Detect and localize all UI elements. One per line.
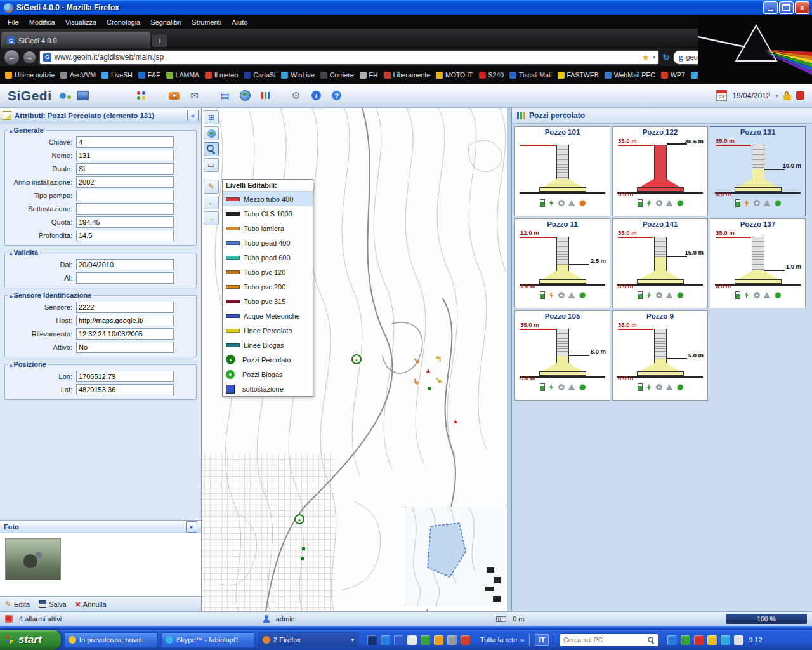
search-icon[interactable]: [792, 52, 802, 62]
toolbar-icon[interactable]: [288, 88, 304, 103]
toolbar-icon[interactable]: [187, 88, 203, 103]
taskbar-task-button[interactable]: Skype™ - fabiolapi1 ▾: [161, 632, 255, 648]
tray-icon[interactable]: [394, 635, 403, 645]
current-date[interactable]: 19/04/2012: [732, 91, 770, 100]
zoom-level[interactable]: 100 %: [726, 614, 807, 624]
map-tool-button[interactable]: ←: [204, 196, 219, 209]
field-input[interactable]: [76, 302, 174, 313]
field-input[interactable]: [76, 176, 174, 188]
bookmark-item[interactable]: FH: [360, 71, 378, 79]
toolbar-icon[interactable]: [105, 88, 122, 103]
map-marker-icon[interactable]: [301, 557, 304, 560]
well-card[interactable]: Pozzo 11 12.0 m 2.5 m 1.0 m: [514, 218, 610, 308]
tab-sigedi[interactable]: G SiGedi 4.0.0: [1, 32, 150, 48]
bookmark-item[interactable]: Liberamente: [384, 71, 430, 79]
bookmark-item[interactable]: LiveSH: [102, 71, 133, 79]
tray-icon[interactable]: [367, 635, 377, 645]
url-dropdown-icon[interactable]: ▾: [653, 54, 656, 60]
toolbar-icon[interactable]: [308, 88, 325, 103]
legend-item[interactable]: Tubo pead 600: [223, 250, 313, 265]
map-marker-icon[interactable]: [351, 354, 362, 364]
legend-item[interactable]: sottostazione: [223, 381, 313, 396]
well-photo-thumbnail[interactable]: [5, 538, 61, 580]
search-input-text[interactable]: geoin: [686, 53, 790, 61]
field-input[interactable]: [76, 272, 174, 284]
legend-item[interactable]: Tubo lamiera: [223, 221, 313, 235]
search-engine-icon[interactable]: g: [679, 52, 683, 62]
collapse-section-icon[interactable]: ▴: [10, 250, 13, 256]
reload-button[interactable]: ↻: [662, 52, 670, 62]
legend-item[interactable]: Mezzo tubo 400: [223, 192, 313, 206]
well-card[interactable]: Pozzo 9 35.0 m 5.0 m 0.0 m: [612, 310, 708, 401]
bookmark-item[interactable]: AecVVM: [60, 71, 96, 79]
bookmark-item[interactable]: MOTO.IT: [436, 71, 473, 79]
map-marker-icon[interactable]: ↘: [435, 375, 442, 385]
bookmark-star-icon[interactable]: ★: [642, 53, 650, 62]
toolbar-icon[interactable]: [136, 88, 152, 103]
bookmark-item[interactable]: FASTWEB: [558, 71, 599, 79]
forward-button[interactable]: →: [23, 51, 36, 64]
tray-icon[interactable]: [681, 635, 690, 645]
taskbar-clock[interactable]: 9.12: [749, 636, 762, 644]
bookmark-item[interactable]: WinLive: [281, 71, 314, 79]
bookmark-item[interactable]: LAMMA: [166, 71, 199, 79]
desktop-search[interactable]: [560, 633, 658, 647]
menu-item[interactable]: Visualizza: [60, 17, 102, 27]
menu-item[interactable]: Cronologia: [102, 17, 145, 27]
alarm-indicator-icon[interactable]: [796, 91, 804, 100]
bookmark-item[interactable]: WebMail PEC: [605, 71, 655, 79]
map-tool-button[interactable]: [204, 126, 219, 140]
map-marker-icon[interactable]: ↘: [413, 355, 420, 365]
calendar-icon[interactable]: 28: [716, 90, 727, 101]
field-input[interactable]: [76, 150, 174, 161]
map-marker-icon[interactable]: [428, 387, 431, 390]
legend-item[interactable]: Tubo pead 400: [223, 235, 313, 250]
lock-icon[interactable]: [783, 95, 791, 100]
tray-icon[interactable]: [461, 635, 470, 645]
toolbar-icon[interactable]: [217, 88, 233, 103]
menu-item[interactable]: Aiuto: [226, 17, 252, 27]
field-input[interactable]: [76, 230, 174, 241]
legend-item[interactable]: Acque Meteoriche: [223, 308, 313, 323]
network-toolbar[interactable]: Tutta la rete»: [480, 636, 524, 644]
legend-item[interactable]: Tubo pvc 200: [223, 279, 313, 294]
toolbar-icon[interactable]: [258, 88, 274, 103]
map-marker-icon[interactable]: ▲: [452, 418, 459, 425]
foto-collapse-button[interactable]: »: [186, 521, 197, 533]
toolbar-icon[interactable]: [329, 88, 345, 103]
action-button[interactable]: Salva: [39, 600, 67, 608]
field-input[interactable]: [76, 328, 174, 340]
desktop-search-input[interactable]: [562, 635, 644, 644]
map-viewport[interactable]: ⊞▭✎←→ Livelli Editabili: Mezzo tubo 400 …: [202, 108, 508, 611]
field-input[interactable]: [76, 203, 174, 215]
map-tool-button[interactable]: ▭: [204, 158, 219, 172]
bookmark-item[interactable]: S240: [479, 71, 504, 79]
bookmark-item[interactable]: Corriere: [320, 71, 354, 79]
tray-icon[interactable]: [447, 635, 457, 645]
collapse-section-icon[interactable]: ▴: [10, 293, 13, 299]
map-marker-icon[interactable]: [294, 514, 304, 524]
field-input[interactable]: [76, 259, 174, 270]
date-dropdown-icon[interactable]: ▾: [775, 93, 778, 99]
action-button[interactable]: Annulla: [75, 600, 107, 608]
legend-item[interactable]: Pozzi Biogas: [223, 367, 313, 381]
tray-icon[interactable]: [434, 635, 443, 645]
field-input[interactable]: [76, 190, 174, 201]
field-input[interactable]: [76, 342, 174, 353]
menu-item[interactable]: Segnalibri: [145, 17, 187, 27]
collapse-section-icon[interactable]: ▴: [10, 128, 13, 134]
toolbar-icon[interactable]: [237, 88, 254, 103]
window-titlebar[interactable]: SiGedi 4.0.0 - Mozilla Firefox ×: [0, 0, 812, 15]
overview-minimap[interactable]: [405, 507, 506, 609]
well-card[interactable]: Pozzo 122 35.0 m 36.5 m 0.0 m: [612, 126, 708, 216]
map-marker-icon[interactable]: ▲: [425, 367, 431, 374]
well-card[interactable]: Pozzo 137 35.0 m 1.0 m 0.0 m: [710, 218, 806, 308]
map-marker-icon[interactable]: ↳: [413, 377, 420, 387]
bookmark-item[interactable]: F&F: [138, 71, 160, 79]
legend-item[interactable]: Linee Percolato: [223, 323, 313, 338]
legend-item[interactable]: Pozzi Percolato: [223, 352, 313, 367]
field-input[interactable]: [76, 384, 174, 395]
taskbar-task-button[interactable]: In prevalenza, nuvol... ▾: [64, 632, 158, 648]
tray-icon[interactable]: [707, 635, 717, 645]
bookmark-item[interactable]: WP7: [661, 71, 685, 79]
